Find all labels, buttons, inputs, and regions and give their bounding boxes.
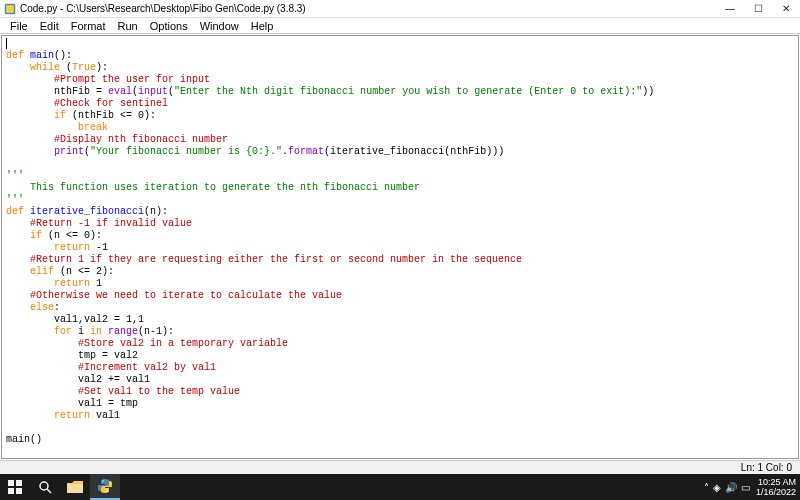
svg-rect-1 (6, 5, 14, 13)
code-editor[interactable]: def main(): while (True): #Prompt the us… (1, 35, 799, 459)
taskbar-clock[interactable]: 10:25 AM 1/16/2022 (756, 477, 796, 497)
search-icon (38, 480, 52, 494)
menu-edit[interactable]: Edit (34, 20, 65, 32)
maximize-button[interactable]: ☐ (744, 0, 772, 17)
svg-rect-2 (8, 480, 14, 486)
svg-point-10 (106, 490, 108, 492)
svg-rect-4 (8, 488, 14, 494)
system-tray[interactable]: ˄ ◈ 🔊 ▭ (704, 482, 750, 493)
close-button[interactable]: ✕ (772, 0, 800, 17)
python-icon (98, 479, 112, 493)
python-idle-icon (4, 3, 16, 15)
clock-date: 1/16/2022 (756, 487, 796, 497)
windows-taskbar: ˄ ◈ 🔊 ▭ 10:25 AM 1/16/2022 (0, 474, 800, 500)
network-icon[interactable]: ◈ (713, 482, 721, 493)
volume-icon[interactable]: 🔊 (725, 482, 737, 493)
menu-options[interactable]: Options (144, 20, 194, 32)
cursor-position: Ln: 1 Col: 0 (741, 462, 792, 473)
clock-time: 10:25 AM (756, 477, 796, 487)
svg-rect-3 (16, 480, 22, 486)
windows-icon (8, 480, 22, 494)
svg-line-7 (47, 489, 51, 493)
battery-icon[interactable]: ▭ (741, 482, 750, 493)
svg-rect-5 (16, 488, 22, 494)
minimize-button[interactable]: — (716, 0, 744, 17)
idle-app-button[interactable] (90, 474, 120, 500)
window-titlebar: Code.py - C:\Users\Research\Desktop\Fibo… (0, 0, 800, 18)
svg-point-6 (40, 482, 48, 490)
start-button[interactable] (0, 474, 30, 500)
folder-icon (67, 481, 83, 493)
search-button[interactable] (30, 474, 60, 500)
window-title: Code.py - C:\Users\Research\Desktop\Fibo… (20, 3, 716, 14)
code-content[interactable]: def main(): while (True): #Prompt the us… (2, 36, 798, 448)
svg-rect-8 (67, 484, 83, 493)
menu-format[interactable]: Format (65, 20, 112, 32)
menu-run[interactable]: Run (112, 20, 144, 32)
menu-help[interactable]: Help (245, 20, 280, 32)
menu-file[interactable]: File (4, 20, 34, 32)
svg-point-9 (102, 480, 104, 482)
window-buttons: — ☐ ✕ (716, 0, 800, 17)
menu-bar: File Edit Format Run Options Window Help (0, 18, 800, 34)
file-explorer-button[interactable] (60, 474, 90, 500)
chevron-up-icon[interactable]: ˄ (704, 482, 709, 493)
menu-window[interactable]: Window (194, 20, 245, 32)
status-bar: Ln: 1 Col: 0 (0, 460, 800, 474)
